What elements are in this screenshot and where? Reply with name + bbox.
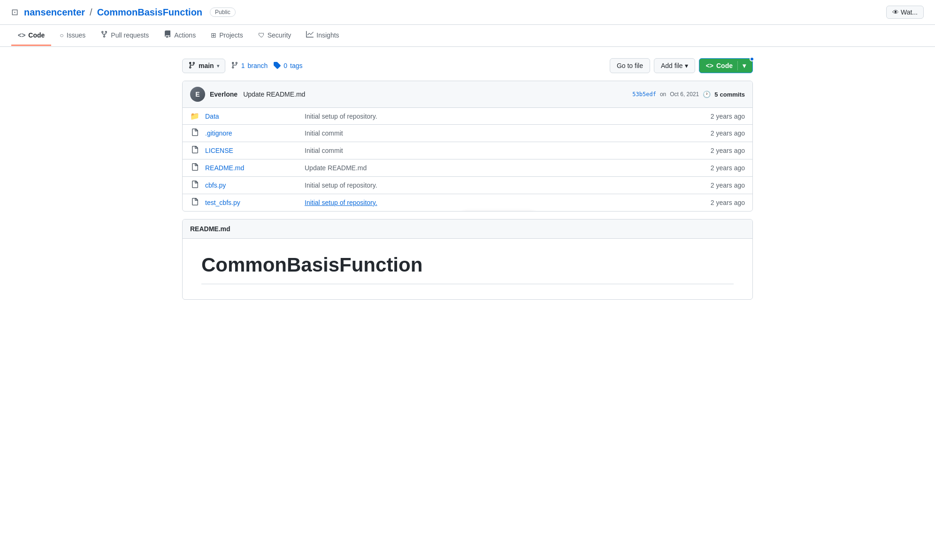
tags-link[interactable]: 0 tags [273, 61, 302, 70]
file-commit-message: Initial setup of repository. [305, 113, 692, 120]
file-commit-message: Initial setup of repository. [305, 182, 692, 189]
commits-count[interactable]: 5 commits [714, 91, 745, 98]
security-icon: 🛡 [258, 31, 265, 39]
file-time: 2 years ago [698, 129, 745, 137]
projects-icon: ⊞ [211, 31, 216, 39]
tab-issues-label: Issues [67, 31, 85, 39]
file-name[interactable]: LICENSE [205, 147, 299, 154]
folder-icon: 📁 [190, 112, 199, 121]
commit-tooltip: Initial setup of repository. [462, 211, 535, 212]
commit-hash[interactable]: 53b5edf [632, 91, 656, 98]
file-row[interactable]: LICENSE Initial commit 2 years ago [183, 142, 752, 159]
insights-icon [306, 30, 314, 39]
branch-chevron-icon: ▾ [217, 63, 219, 68]
file-commit-message: Initial commit [305, 129, 692, 137]
tab-actions[interactable]: Actions [157, 25, 202, 46]
add-file-label: Add file [661, 62, 683, 69]
file-icon [190, 129, 199, 138]
pull-requests-icon [100, 30, 108, 39]
file-row[interactable]: test_cbfs.py Initial setup of repository… [183, 194, 752, 211]
top-bar: ⊡ nansencenter / CommonBasisFunction Pub… [0, 0, 935, 25]
commit-message[interactable]: Update README.md [243, 91, 305, 98]
actions-icon [164, 30, 171, 39]
code-btn-icon: <> [706, 62, 713, 69]
tab-security-label: Security [268, 31, 291, 39]
commit-header-row: E Everlone Update README.md 53b5edf on O… [183, 81, 752, 108]
file-time: 2 years ago [698, 147, 745, 154]
commits-count-number: 5 [714, 91, 718, 98]
file-time: 2 years ago [698, 199, 745, 206]
repo-owner-link[interactable]: nansencenter [24, 7, 85, 18]
file-name[interactable]: README.md [205, 164, 299, 172]
file-commit-link[interactable]: Initial setup of repository. [305, 199, 377, 206]
file-icon [190, 146, 199, 155]
tab-code-label: Code [28, 31, 45, 39]
readme-body: CommonBasisFunction [183, 239, 752, 299]
repo-name-link[interactable]: CommonBasisFunction [97, 7, 202, 18]
file-row[interactable]: cbfs.py Initial setup of repository. 2 y… [183, 177, 752, 194]
code-btn-label: Code [716, 62, 733, 69]
file-name[interactable]: cbfs.py [205, 182, 299, 189]
tab-insights-label: Insights [316, 31, 339, 39]
watch-label: Wat... [901, 8, 918, 16]
repo-icon: ⊡ [11, 7, 18, 17]
commit-date: Oct 6, 2021 [670, 91, 699, 98]
code-btn-dot [750, 57, 754, 61]
branch-bar: main ▾ 1 branch 0 tags Go to file Add fi… [182, 58, 753, 73]
file-icon [190, 181, 199, 190]
file-table: E Everlone Update README.md 53b5edf on O… [182, 81, 753, 212]
main-content: main ▾ 1 branch 0 tags Go to file Add fi… [167, 47, 768, 311]
branch-selector[interactable]: main ▾ [182, 59, 225, 73]
tab-pull-requests-label: Pull requests [111, 31, 149, 39]
code-btn-chevron-icon: ▾ [743, 62, 746, 69]
file-commit-message: Update README.md [305, 164, 692, 172]
branches-link[interactable]: 1 branch [231, 61, 268, 70]
file-commit-message: Initial setup of repository. Initial set… [305, 199, 692, 206]
tab-code[interactable]: <> Code [11, 26, 51, 46]
issues-icon: ○ [60, 31, 63, 39]
commit-author[interactable]: Everlone [210, 91, 238, 98]
add-file-button[interactable]: Add file ▾ [654, 58, 695, 73]
commit-date-prefix: on [660, 91, 666, 98]
file-name[interactable]: Data [205, 113, 299, 120]
file-time: 2 years ago [698, 182, 745, 189]
add-file-chevron-icon: ▾ [685, 62, 688, 69]
repo-separator: / [90, 7, 92, 18]
tab-insights[interactable]: Insights [299, 25, 345, 46]
nav-tabs: <> Code ○ Issues Pull requests Actions ⊞… [0, 25, 935, 47]
commits-count-label: commits [720, 91, 745, 98]
tab-pull-requests[interactable]: Pull requests [94, 25, 155, 46]
code-btn-divider [737, 61, 738, 70]
tab-security[interactable]: 🛡 Security [252, 26, 298, 46]
tab-actions-label: Actions [174, 31, 196, 39]
tab-projects[interactable]: ⊞ Projects [204, 26, 250, 46]
goto-file-button[interactable]: Go to file [610, 58, 650, 73]
tags-label: tags [290, 62, 302, 69]
file-row[interactable]: 📁 Data Initial setup of repository. 2 ye… [183, 108, 752, 125]
file-time: 2 years ago [698, 113, 745, 120]
file-row[interactable]: .gitignore Initial commit 2 years ago [183, 125, 752, 142]
code-icon: <> [18, 31, 25, 39]
watch-button[interactable]: 👁 Wat... [886, 6, 924, 19]
tab-projects-label: Projects [219, 31, 243, 39]
file-name[interactable]: .gitignore [205, 129, 299, 137]
code-dropdown-button[interactable]: <> Code ▾ [699, 58, 753, 73]
branch-selector-icon [188, 61, 196, 70]
avatar-image: E [190, 87, 205, 102]
action-buttons: Go to file Add file ▾ <> Code ▾ [610, 58, 753, 73]
tag-icon [273, 61, 281, 70]
file-commit-message: Initial commit [305, 147, 692, 154]
branches-count: 1 [241, 62, 245, 69]
branches-label: branch [247, 62, 268, 69]
readme-header: README.md [183, 219, 752, 239]
eye-icon: 👁 [892, 8, 899, 16]
tab-issues[interactable]: ○ Issues [53, 26, 92, 46]
file-time: 2 years ago [698, 164, 745, 172]
readme-title: CommonBasisFunction [201, 254, 734, 284]
branch-name: main [199, 62, 214, 69]
commit-meta: 53b5edf on Oct 6, 2021 🕐 5 commits [632, 91, 745, 98]
file-name[interactable]: test_cbfs.py [205, 199, 299, 206]
file-row[interactable]: README.md Update README.md 2 years ago [183, 159, 752, 177]
file-icon [190, 163, 199, 173]
avatar: E [190, 87, 205, 102]
